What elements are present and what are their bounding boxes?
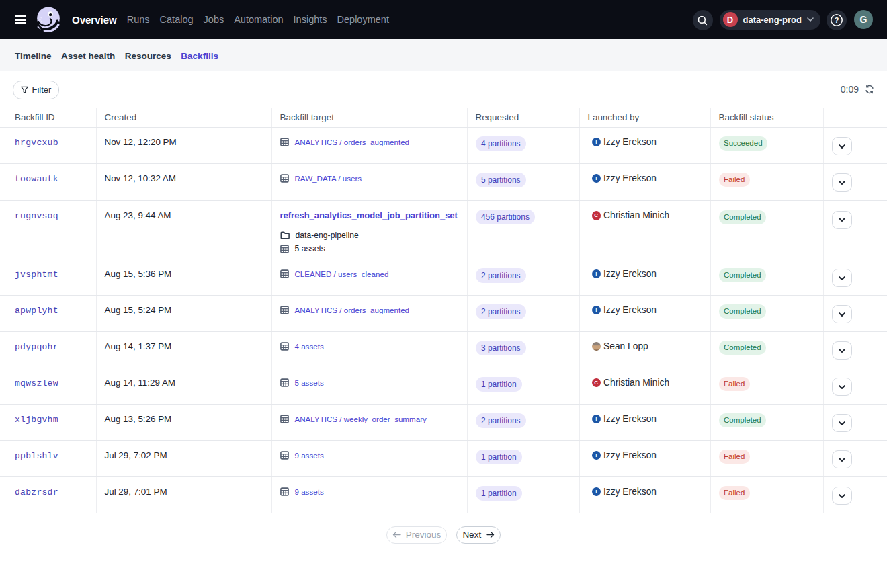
svg-text:?: ? <box>835 16 839 24</box>
